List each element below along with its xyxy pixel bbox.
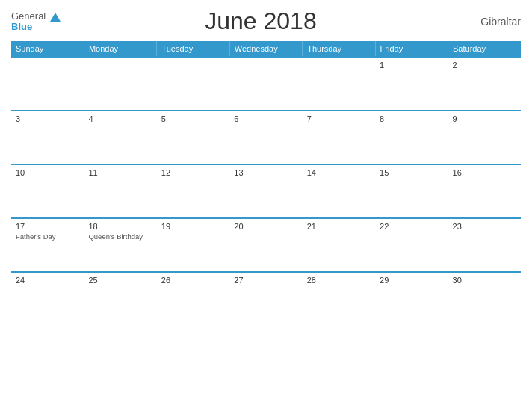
calendar-cell: 2 <box>448 57 521 111</box>
calendar-cell <box>303 57 375 111</box>
day-number: 18 <box>88 222 152 231</box>
weekday-header-tuesday: Tuesday <box>157 41 229 57</box>
logo-blue-text: Blue <box>11 22 61 31</box>
day-number: 24 <box>16 276 79 285</box>
calendar-cell: 8 <box>375 111 448 164</box>
calendar-cell: 10 <box>11 164 84 218</box>
day-number: 21 <box>307 222 371 231</box>
day-number: 1 <box>380 61 443 69</box>
calendar-cell: 4 <box>84 111 156 164</box>
day-number: 12 <box>161 168 225 177</box>
calendar-cell: 15 <box>375 164 448 218</box>
calendar-cell: 3 <box>11 111 84 164</box>
day-number: 2 <box>453 61 516 69</box>
calendar-cell <box>229 57 302 111</box>
day-number: 16 <box>453 168 516 177</box>
calendar-cell: 19 <box>157 218 229 272</box>
calendar-cell: 25 <box>84 272 156 326</box>
day-number: 3 <box>16 114 79 123</box>
calendar-cell <box>11 57 84 111</box>
calendar-cell: 14 <box>303 164 375 218</box>
calendar-page: General Blue June 2018 Gibraltar SundayM… <box>0 0 532 411</box>
calendar-header-row: SundayMondayTuesdayWednesdayThursdayFrid… <box>11 41 521 57</box>
calendar-title: June 2018 <box>61 7 461 35</box>
day-number: 6 <box>234 114 297 123</box>
calendar-cell: 22 <box>375 218 448 272</box>
day-number: 14 <box>307 168 371 177</box>
weekday-header-sunday: Sunday <box>11 41 84 57</box>
day-number: 11 <box>88 168 152 177</box>
day-number: 9 <box>453 114 516 123</box>
day-number: 15 <box>380 168 443 177</box>
day-number: 17 <box>16 222 79 231</box>
day-number: 22 <box>380 222 443 231</box>
calendar-cell: 28 <box>303 272 375 326</box>
calendar-cell: 9 <box>448 111 521 164</box>
calendar-cell: 26 <box>157 272 229 326</box>
calendar-cell: 1 <box>375 57 448 111</box>
calendar-cell: 7 <box>303 111 375 164</box>
day-number: 25 <box>88 276 152 285</box>
logo-triangle-icon <box>50 13 61 22</box>
day-number: 29 <box>380 276 443 285</box>
calendar-cell: 23 <box>448 218 521 272</box>
calendar-cell: 13 <box>229 164 302 218</box>
calendar-table: SundayMondayTuesdayWednesdayThursdayFrid… <box>11 41 521 326</box>
country-label: Gibraltar <box>461 16 521 28</box>
calendar-cell: 17Father's Day <box>11 218 84 272</box>
calendar-cell: 6 <box>229 111 302 164</box>
day-number: 19 <box>161 222 225 231</box>
calendar-cell: 12 <box>157 164 229 218</box>
calendar-week-row: 12 <box>11 57 521 111</box>
event-label: Father's Day <box>16 232 79 241</box>
logo-general-text: General <box>11 11 61 22</box>
calendar-cell <box>157 57 229 111</box>
day-number: 5 <box>161 114 225 123</box>
calendar-cell: 27 <box>229 272 302 326</box>
calendar-week-row: 17Father's Day18Queen's Birthday19202122… <box>11 218 521 272</box>
day-number: 27 <box>234 276 297 285</box>
day-number: 28 <box>307 276 371 285</box>
logo: General Blue <box>11 11 61 31</box>
calendar-cell: 20 <box>229 218 302 272</box>
weekday-header-friday: Friday <box>375 41 448 57</box>
calendar-cell: 11 <box>84 164 156 218</box>
calendar-week-row: 3456789 <box>11 111 521 164</box>
event-label: Queen's Birthday <box>88 232 152 241</box>
calendar-cell: 18Queen's Birthday <box>84 218 156 272</box>
calendar-cell: 24 <box>11 272 84 326</box>
day-number: 13 <box>234 168 297 177</box>
day-number: 23 <box>453 222 516 231</box>
day-number: 20 <box>234 222 297 231</box>
calendar-cell: 30 <box>448 272 521 326</box>
calendar-cell: 16 <box>448 164 521 218</box>
day-number: 26 <box>161 276 225 285</box>
weekday-header-saturday: Saturday <box>448 41 521 57</box>
weekday-header-thursday: Thursday <box>303 41 375 57</box>
calendar-week-row: 24252627282930 <box>11 272 521 326</box>
calendar-week-row: 10111213141516 <box>11 164 521 218</box>
day-number: 10 <box>16 168 79 177</box>
weekday-header-monday: Monday <box>84 41 156 57</box>
day-number: 4 <box>88 114 152 123</box>
day-number: 30 <box>453 276 516 285</box>
calendar-header: General Blue June 2018 Gibraltar <box>11 7 521 35</box>
day-number: 7 <box>307 114 371 123</box>
calendar-cell: 21 <box>303 218 375 272</box>
calendar-cell: 5 <box>157 111 229 164</box>
day-number: 8 <box>380 114 443 123</box>
weekday-header-wednesday: Wednesday <box>229 41 302 57</box>
calendar-cell: 29 <box>375 272 448 326</box>
calendar-cell <box>84 57 156 111</box>
